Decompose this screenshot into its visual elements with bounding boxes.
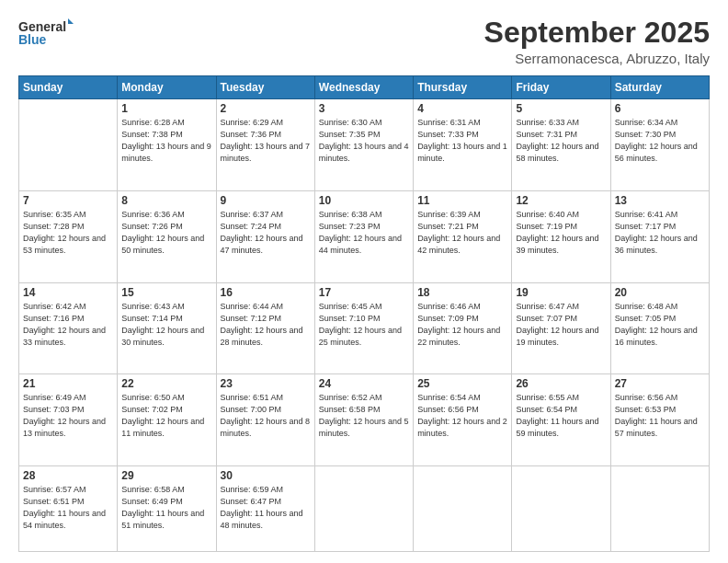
header: General Blue September 2025 Serramonaces… [18,17,710,66]
day-number: 14 [23,286,113,299]
day-info: Sunrise: 6:54 AM Sunset: 6:56 PM Dayligh… [417,392,507,440]
calendar-table: Sunday Monday Tuesday Wednesday Thursday… [18,75,710,552]
day-info: Sunrise: 6:30 AM Sunset: 7:35 PM Dayligh… [319,117,409,165]
day-number: 21 [23,377,113,390]
logo: General Blue [18,17,74,50]
calendar-cell-w2-d4: 11 Sunrise: 6:39 AM Sunset: 7:21 PM Dayl… [414,190,512,282]
day-info: Sunrise: 6:43 AM Sunset: 7:14 PM Dayligh… [121,301,211,349]
calendar-cell-w5-d4 [414,466,512,552]
day-number: 10 [319,194,409,207]
day-info: Sunrise: 6:35 AM Sunset: 7:28 PM Dayligh… [23,209,113,257]
calendar-cell-w3-d5: 19 Sunrise: 6:47 AM Sunset: 7:07 PM Dayl… [512,282,610,374]
day-info: Sunrise: 6:44 AM Sunset: 7:12 PM Dayligh… [221,301,311,349]
day-number: 26 [516,377,606,390]
calendar-cell-w3-d0: 14 Sunrise: 6:42 AM Sunset: 7:16 PM Dayl… [19,282,118,374]
title-block: September 2025 Serramonacesca, Abruzzo, … [484,17,710,66]
day-info: Sunrise: 6:55 AM Sunset: 6:54 PM Dayligh… [516,392,606,440]
day-info: Sunrise: 6:50 AM Sunset: 7:02 PM Dayligh… [121,392,211,440]
calendar-cell-w4-d5: 26 Sunrise: 6:55 AM Sunset: 6:54 PM Dayl… [512,374,610,466]
day-number: 7 [23,194,113,207]
day-info: Sunrise: 6:31 AM Sunset: 7:33 PM Dayligh… [417,117,507,165]
week-row-5: 28 Sunrise: 6:57 AM Sunset: 6:51 PM Dayl… [19,466,710,552]
day-number: 20 [615,286,705,299]
day-info: Sunrise: 6:59 AM Sunset: 6:47 PM Dayligh… [221,484,311,532]
day-number: 12 [516,194,606,207]
calendar-cell-w1-d5: 5 Sunrise: 6:33 AM Sunset: 7:31 PM Dayli… [512,99,610,191]
day-number: 24 [319,377,409,390]
day-number: 5 [516,102,606,115]
calendar-cell-w2-d1: 8 Sunrise: 6:36 AM Sunset: 7:26 PM Dayli… [118,190,216,282]
header-wednesday: Wednesday [314,76,413,99]
day-info: Sunrise: 6:56 AM Sunset: 6:53 PM Dayligh… [615,392,705,440]
calendar-cell-w1-d0 [19,99,118,191]
day-number: 3 [319,102,409,115]
calendar-header-row: Sunday Monday Tuesday Wednesday Thursday… [19,76,710,99]
day-number: 27 [615,377,705,390]
header-sunday: Sunday [19,76,118,99]
calendar-cell-w5-d3 [314,466,413,552]
calendar-cell-w2-d6: 13 Sunrise: 6:41 AM Sunset: 7:17 PM Dayl… [610,190,709,282]
day-info: Sunrise: 6:34 AM Sunset: 7:30 PM Dayligh… [615,117,705,165]
day-info: Sunrise: 6:46 AM Sunset: 7:09 PM Dayligh… [417,301,507,349]
header-tuesday: Tuesday [216,76,314,99]
header-saturday: Saturday [610,76,709,99]
calendar-cell-w4-d0: 21 Sunrise: 6:49 AM Sunset: 7:03 PM Dayl… [19,374,118,466]
day-info: Sunrise: 6:28 AM Sunset: 7:38 PM Dayligh… [121,117,211,165]
page: General Blue September 2025 Serramonaces… [0,0,728,563]
calendar-cell-w4-d3: 24 Sunrise: 6:52 AM Sunset: 6:58 PM Dayl… [314,374,413,466]
calendar-cell-w3-d4: 18 Sunrise: 6:46 AM Sunset: 7:09 PM Dayl… [414,282,512,374]
location-title: Serramonacesca, Abruzzo, Italy [484,51,710,66]
day-info: Sunrise: 6:33 AM Sunset: 7:31 PM Dayligh… [516,117,606,165]
calendar-cell-w2-d3: 10 Sunrise: 6:38 AM Sunset: 7:23 PM Dayl… [314,190,413,282]
day-number: 2 [221,102,311,115]
day-number: 28 [23,469,113,482]
day-info: Sunrise: 6:48 AM Sunset: 7:05 PM Dayligh… [615,301,705,349]
day-number: 18 [417,286,507,299]
day-number: 11 [417,194,507,207]
calendar-cell-w5-d0: 28 Sunrise: 6:57 AM Sunset: 6:51 PM Dayl… [19,466,118,552]
day-number: 15 [121,286,211,299]
calendar-cell-w4-d2: 23 Sunrise: 6:51 AM Sunset: 7:00 PM Dayl… [216,374,314,466]
calendar-cell-w1-d1: 1 Sunrise: 6:28 AM Sunset: 7:38 PM Dayli… [118,99,216,191]
calendar-cell-w1-d6: 6 Sunrise: 6:34 AM Sunset: 7:30 PM Dayli… [610,99,709,191]
calendar-cell-w5-d5 [512,466,610,552]
calendar-cell-w3-d2: 16 Sunrise: 6:44 AM Sunset: 7:12 PM Dayl… [216,282,314,374]
day-info: Sunrise: 6:36 AM Sunset: 7:26 PM Dayligh… [121,209,211,257]
calendar-cell-w3-d3: 17 Sunrise: 6:45 AM Sunset: 7:10 PM Dayl… [314,282,413,374]
header-thursday: Thursday [414,76,512,99]
week-row-3: 14 Sunrise: 6:42 AM Sunset: 7:16 PM Dayl… [19,282,710,374]
day-number: 13 [615,194,705,207]
calendar-cell-w2-d2: 9 Sunrise: 6:37 AM Sunset: 7:24 PM Dayli… [216,190,314,282]
week-row-1: 1 Sunrise: 6:28 AM Sunset: 7:38 PM Dayli… [19,99,710,191]
month-title: September 2025 [484,17,710,49]
day-number: 22 [121,377,211,390]
svg-marker-1 [68,18,74,24]
week-row-2: 7 Sunrise: 6:35 AM Sunset: 7:28 PM Dayli… [19,190,710,282]
day-info: Sunrise: 6:29 AM Sunset: 7:36 PM Dayligh… [221,117,311,165]
day-number: 25 [417,377,507,390]
day-number: 1 [121,102,211,115]
calendar-cell-w2-d5: 12 Sunrise: 6:40 AM Sunset: 7:19 PM Dayl… [512,190,610,282]
day-info: Sunrise: 6:49 AM Sunset: 7:03 PM Dayligh… [23,392,113,440]
day-info: Sunrise: 6:45 AM Sunset: 7:10 PM Dayligh… [319,301,409,349]
calendar-cell-w5-d6 [610,466,709,552]
day-number: 23 [221,377,311,390]
calendar-cell-w1-d3: 3 Sunrise: 6:30 AM Sunset: 7:35 PM Dayli… [314,99,413,191]
calendar-cell-w3-d6: 20 Sunrise: 6:48 AM Sunset: 7:05 PM Dayl… [610,282,709,374]
calendar-cell-w1-d4: 4 Sunrise: 6:31 AM Sunset: 7:33 PM Dayli… [414,99,512,191]
day-number: 6 [615,102,705,115]
header-friday: Friday [512,76,610,99]
day-info: Sunrise: 6:57 AM Sunset: 6:51 PM Dayligh… [23,484,113,532]
svg-text:Blue: Blue [18,32,47,47]
calendar-cell-w4-d6: 27 Sunrise: 6:56 AM Sunset: 6:53 PM Dayl… [610,374,709,466]
day-info: Sunrise: 6:37 AM Sunset: 7:24 PM Dayligh… [221,209,311,257]
calendar-cell-w4-d4: 25 Sunrise: 6:54 AM Sunset: 6:56 PM Dayl… [414,374,512,466]
day-number: 9 [221,194,311,207]
calendar-cell-w3-d1: 15 Sunrise: 6:43 AM Sunset: 7:14 PM Dayl… [118,282,216,374]
day-number: 19 [516,286,606,299]
calendar-cell-w5-d2: 30 Sunrise: 6:59 AM Sunset: 6:47 PM Dayl… [216,466,314,552]
week-row-4: 21 Sunrise: 6:49 AM Sunset: 7:03 PM Dayl… [19,374,710,466]
day-info: Sunrise: 6:42 AM Sunset: 7:16 PM Dayligh… [23,301,113,349]
day-info: Sunrise: 6:52 AM Sunset: 6:58 PM Dayligh… [319,392,409,440]
calendar-cell-w2-d0: 7 Sunrise: 6:35 AM Sunset: 7:28 PM Dayli… [19,190,118,282]
